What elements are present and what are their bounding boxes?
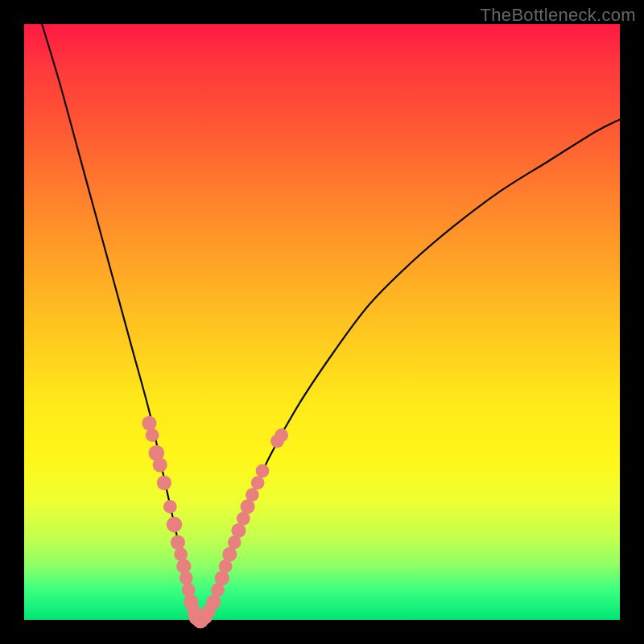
chart-frame: TheBottleneck.com	[0, 0, 644, 644]
bottleneck-curve-svg	[24, 24, 620, 620]
data-marker	[222, 547, 237, 562]
data-marker	[275, 428, 288, 442]
data-marker	[157, 476, 171, 490]
data-marker	[167, 517, 183, 533]
data-marker	[142, 416, 156, 431]
data-marker	[240, 499, 254, 514]
data-marker	[231, 523, 246, 538]
data-marker	[146, 428, 159, 442]
data-marker	[171, 535, 185, 550]
plot-area	[24, 24, 620, 620]
data-markers	[142, 416, 288, 629]
data-marker	[251, 476, 265, 489]
data-marker	[174, 547, 188, 561]
data-marker	[215, 571, 229, 585]
bottleneck-curve	[42, 24, 620, 622]
watermark-text: TheBottleneck.com	[481, 5, 636, 26]
data-marker	[182, 584, 196, 597]
data-marker	[163, 500, 177, 514]
data-marker	[256, 464, 270, 478]
data-marker	[180, 572, 193, 585]
data-marker	[246, 488, 259, 502]
data-marker	[176, 559, 191, 573]
data-marker	[206, 595, 221, 609]
data-marker	[153, 458, 167, 473]
